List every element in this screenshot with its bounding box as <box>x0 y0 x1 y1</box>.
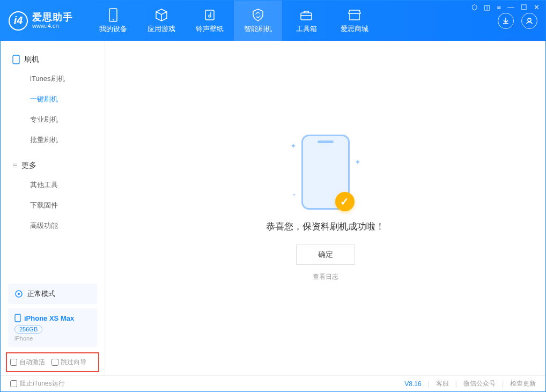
close-button[interactable]: ✕ <box>534 3 540 11</box>
sidebar-item-other[interactable]: 其他工具 <box>1 175 105 195</box>
minimize-button[interactable]: — <box>507 3 514 11</box>
view-log-link[interactable]: 查看日志 <box>313 272 338 282</box>
nav-label: 爱思商城 <box>341 24 368 34</box>
nav-label: 智能刷机 <box>244 24 272 34</box>
success-check-icon: ✓ <box>335 192 355 211</box>
device-name: iPhone XS Max <box>24 314 74 322</box>
svg-point-7 <box>18 293 20 295</box>
svg-point-1 <box>113 19 114 20</box>
nav-label: 应用游戏 <box>147 24 175 34</box>
phone-small-icon <box>14 314 21 322</box>
footer: 阻止iTunes运行 V8.16 | 客服 | 微信公众号 | 检查更新 <box>1 375 545 391</box>
nav-label: 我的设备 <box>99 24 127 34</box>
toolbox-icon <box>299 8 313 22</box>
checkbox-label: 阻止iTunes运行 <box>20 379 65 388</box>
footer-link-update[interactable]: 检查更新 <box>510 379 536 388</box>
music-icon <box>203 8 217 22</box>
nav-tab-tools[interactable]: 工具箱 <box>282 1 330 41</box>
nav-label: 工具箱 <box>296 24 317 34</box>
app-name: 爱思助手 <box>32 12 73 23</box>
app-url: www.i4.cn <box>32 23 73 29</box>
logo: i4 爱思助手 www.i4.cn <box>9 11 73 31</box>
svg-rect-8 <box>15 314 20 322</box>
sparkle-icon: ✦ <box>355 158 361 166</box>
shop-icon <box>348 8 361 22</box>
sidebar-item-oneclick[interactable]: 一键刷机 <box>1 89 105 109</box>
sidebar-item-advanced[interactable]: 高级功能 <box>1 216 105 236</box>
sidebar-item-itunes[interactable]: iTunes刷机 <box>1 69 105 89</box>
sidebar-item-pro[interactable]: 专业刷机 <box>1 109 105 130</box>
sidebar-section-more: ≡ 更多 <box>1 157 105 175</box>
nav-label: 铃声壁纸 <box>196 24 224 34</box>
sidebar-item-firmware[interactable]: 下载固件 <box>1 195 105 216</box>
checkbox-auto-activate[interactable]: 自动激活 <box>10 358 45 367</box>
main-content: ✦ ✦ ✦ ✓ 恭喜您，保资料刷机成功啦！ 确定 查看日志 <box>105 41 545 375</box>
svg-rect-3 <box>301 13 312 20</box>
checkbox-block-itunes[interactable]: 阻止iTunes运行 <box>10 379 65 388</box>
nav-tab-shop[interactable]: 爱思商城 <box>330 1 379 41</box>
footer-link-wechat[interactable]: 微信公众号 <box>463 379 496 388</box>
phone-icon <box>106 8 120 22</box>
phone-illustration: ✦ ✦ ✦ ✓ <box>301 135 350 210</box>
section-title: 更多 <box>21 161 36 171</box>
checkbox-label: 自动激活 <box>19 358 45 367</box>
list-icon: ≡ <box>12 161 17 171</box>
nav-tab-apps[interactable]: 应用游戏 <box>137 1 186 41</box>
logo-icon: i4 <box>9 11 28 31</box>
window-controls: ⬡ ◫ ≡ — ☐ ✕ <box>471 3 540 11</box>
lock-icon[interactable]: ◫ <box>484 3 490 11</box>
nav-tab-flash[interactable]: 智能刷机 <box>234 1 282 41</box>
success-message: 恭喜您，保资料刷机成功啦！ <box>266 220 385 233</box>
confirm-button[interactable]: 确定 <box>296 245 355 265</box>
app-header: i4 爱思助手 www.i4.cn 我的设备 应用游戏 铃声壁纸 智能刷机 工具… <box>1 1 545 41</box>
checkbox-label: 跳过向导 <box>61 358 86 367</box>
sidebar-section-flash: 刷机 <box>1 50 105 69</box>
version-label: V8.16 <box>404 380 421 388</box>
sparkle-icon: ✦ <box>292 193 296 197</box>
menu-icon[interactable]: ≡ <box>497 3 501 11</box>
nav-tab-device[interactable]: 我的设备 <box>89 1 137 41</box>
device-box[interactable]: iPhone XS Max 256GB iPhone <box>8 308 97 347</box>
device-icon <box>12 55 20 64</box>
user-icon[interactable] <box>521 13 537 29</box>
shirt-icon[interactable]: ⬡ <box>471 3 477 11</box>
maximize-button[interactable]: ☐ <box>521 3 527 11</box>
svg-rect-5 <box>13 55 19 64</box>
cube-icon <box>154 8 168 22</box>
options-row: 自动激活 跳过向导 <box>6 352 99 372</box>
svg-point-4 <box>528 18 531 21</box>
section-title: 刷机 <box>24 55 39 64</box>
sidebar: 刷机 iTunes刷机 一键刷机 专业刷机 批量刷机 ≡ 更多 其他工具 下载固… <box>1 41 105 375</box>
mode-box[interactable]: 正常模式 <box>8 284 97 304</box>
checkbox-skip-guide[interactable]: 跳过向导 <box>51 358 86 367</box>
sparkle-icon: ✦ <box>290 142 297 150</box>
mode-icon <box>14 290 23 298</box>
device-capacity: 256GB <box>14 325 42 334</box>
sidebar-item-batch[interactable]: 批量刷机 <box>1 130 105 150</box>
device-type: iPhone <box>14 335 91 342</box>
header-right <box>498 13 537 29</box>
nav-tabs: 我的设备 应用游戏 铃声壁纸 智能刷机 工具箱 爱思商城 <box>89 1 379 41</box>
refresh-shield-icon <box>251 8 265 22</box>
download-icon[interactable] <box>498 13 514 29</box>
footer-link-support[interactable]: 客服 <box>436 379 449 388</box>
nav-tab-ring[interactable]: 铃声壁纸 <box>186 1 234 41</box>
mode-label: 正常模式 <box>27 289 55 299</box>
